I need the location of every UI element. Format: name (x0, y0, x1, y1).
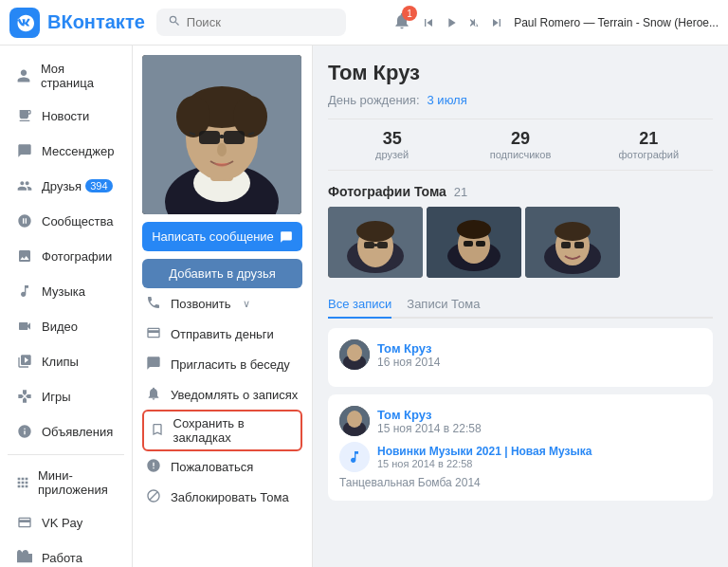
svg-rect-32 (574, 242, 584, 248)
sidebar-label-my-page: Моя страница (41, 62, 117, 90)
send-money-action[interactable]: Отправить деньги (142, 319, 302, 349)
sidebar-item-mini-apps[interactable]: Мини-приложения (4, 461, 128, 504)
sidebar-item-games[interactable]: Игры (4, 379, 128, 413)
sidebar-item-photos[interactable]: Фотографии (4, 239, 128, 273)
sidebar-item-vk-pay[interactable]: VK Pay (4, 505, 128, 540)
group-icon (15, 211, 34, 230)
post-music-details: Новинки Музыки 2021 | Новая Музыка 15 но… (377, 445, 592, 469)
post-meta-2: Том Круз 15 ноя 2014 в 22:58 (377, 408, 482, 435)
post-date-1: 16 ноя 2014 (377, 356, 441, 369)
search-box[interactable] (156, 9, 346, 36)
report-label: Пожаловаться (171, 460, 253, 474)
work-icon (15, 548, 34, 567)
birthday-label: День рождения: (328, 93, 420, 107)
tab-tom-posts[interactable]: Записи Тома (407, 291, 480, 319)
sidebar-label-video: Видео (42, 320, 78, 334)
bookmark-icon (150, 422, 166, 439)
stat-photos-number: 21 (585, 129, 713, 149)
add-friend-button-label: Добавить в друзья (169, 266, 276, 281)
sidebar-label-games: Игры (42, 390, 71, 404)
photos-title-text[interactable]: Фотографии Тома 21 (328, 184, 467, 199)
sidebar-label-messenger: Мессенджер (42, 144, 114, 158)
chat-icon (15, 141, 34, 160)
sidebar-item-friends[interactable]: Друзья 394 (4, 169, 128, 203)
stat-subscribers[interactable]: 29 подписчиков (456, 129, 584, 160)
photo-thumb-1[interactable] (328, 207, 423, 278)
player-controls (421, 15, 504, 30)
skip-icon[interactable] (489, 15, 504, 30)
video-icon (15, 317, 34, 336)
person-icon (15, 66, 33, 85)
message-button[interactable]: Написать сообщение (142, 222, 302, 251)
sidebar-item-my-page[interactable]: Моя страница (4, 54, 128, 98)
report-action[interactable]: Пожаловаться (142, 451, 302, 482)
sidebar-item-ads[interactable]: Объявления (4, 414, 128, 448)
stat-subscribers-label: подписчиков (456, 149, 584, 160)
search-input[interactable] (187, 15, 329, 29)
bell-icon (146, 386, 163, 403)
notification-badge: 1 (402, 6, 417, 21)
notification-button[interactable]: 1 (392, 11, 411, 33)
svg-rect-9 (224, 131, 245, 144)
ads-icon (15, 422, 34, 441)
stat-photos-label: фотографий (585, 149, 713, 160)
call-action[interactable]: Позвонить ∨ (142, 288, 302, 319)
add-friend-button[interactable]: Добавить в друзья (142, 259, 302, 288)
sidebar-item-work[interactable]: Работа (4, 540, 128, 567)
post-music-2[interactable]: Новинки Музыки 2021 | Новая Музыка 15 но… (339, 442, 701, 472)
music-icon (15, 282, 34, 301)
message-button-label: Написать сообщение (152, 229, 274, 244)
post-author-2[interactable]: Том Круз (377, 408, 482, 422)
sidebar-item-news[interactable]: Новости (4, 99, 128, 133)
content-area: Написать сообщение Добавить в друзья Поз… (133, 46, 728, 567)
sidebar-item-clips[interactable]: Клипы (4, 344, 128, 378)
photo-thumb-2[interactable] (427, 207, 521, 278)
pay-icon (15, 513, 34, 532)
sidebar-item-music[interactable]: Музыка (4, 274, 128, 308)
profile-photo-image (142, 55, 301, 214)
svg-point-24 (457, 220, 491, 239)
sidebar-item-communities[interactable]: Сообщества (4, 204, 128, 238)
report-icon (146, 458, 163, 475)
stat-friends[interactable]: 35 друзей (328, 129, 456, 160)
logo-area: ВКонтакте (9, 8, 145, 38)
svg-point-35 (347, 344, 362, 361)
svg-rect-8 (199, 131, 220, 144)
topbar: ВКонтакте 1 Paul Romero — Terrain - Snow… (0, 0, 728, 46)
post-music-sub: 15 ноя 2014 в 22:58 (377, 458, 592, 469)
post-meta-1: Том Круз 16 ноя 2014 (377, 341, 441, 369)
post-header-2: Том Круз 15 ноя 2014 в 22:58 (339, 406, 701, 436)
post-avatar-1 (339, 339, 370, 370)
notify-label: Уведомлять о записях (171, 388, 298, 402)
next-icon[interactable] (466, 15, 482, 30)
photos-grid (328, 207, 713, 278)
svg-point-38 (347, 411, 362, 428)
stat-photos[interactable]: 21 фотографий (585, 129, 713, 160)
money-icon (146, 325, 163, 342)
prev-icon[interactable] (421, 15, 436, 30)
sidebar-label-music: Музыка (42, 284, 85, 299)
vk-logo-icon (9, 8, 40, 38)
birthday-value[interactable]: 3 июля (428, 93, 467, 107)
sidebar-item-video[interactable]: Видео (4, 309, 128, 343)
sidebar-label-mini-apps: Мини-приложения (38, 468, 117, 497)
phone-icon (146, 295, 163, 312)
sidebar-item-messenger[interactable]: Мессенджер (4, 134, 128, 168)
bookmark-action[interactable]: Сохранить в закладках (142, 410, 302, 451)
play-icon[interactable] (444, 15, 459, 30)
notify-action[interactable]: Уведомлять о записях (142, 379, 302, 410)
post-header-1: Том Круз 16 ноя 2014 (339, 339, 701, 370)
post-author-1[interactable]: Том Круз (377, 341, 441, 356)
invite-label: Пригласить в беседу (171, 357, 290, 372)
invite-action[interactable]: Пригласить в беседу (142, 349, 302, 379)
block-action[interactable]: Заблокировать Тома (142, 482, 302, 512)
sidebar-label-friends: Друзья (42, 179, 82, 193)
svg-rect-20 (374, 244, 377, 247)
sidebar-label-communities: Сообщества (42, 214, 114, 229)
tab-all-posts[interactable]: Все записи (328, 291, 391, 319)
profile-birthday-row: День рождения: 3 июля (328, 93, 713, 107)
profile-stats: 35 друзей 29 подписчиков 21 фотографий (328, 119, 713, 171)
svg-point-17 (356, 221, 394, 242)
photo-thumb-3[interactable] (525, 207, 620, 278)
main-layout: Моя страница Новости Мессенджер Друзья 3… (0, 46, 728, 567)
